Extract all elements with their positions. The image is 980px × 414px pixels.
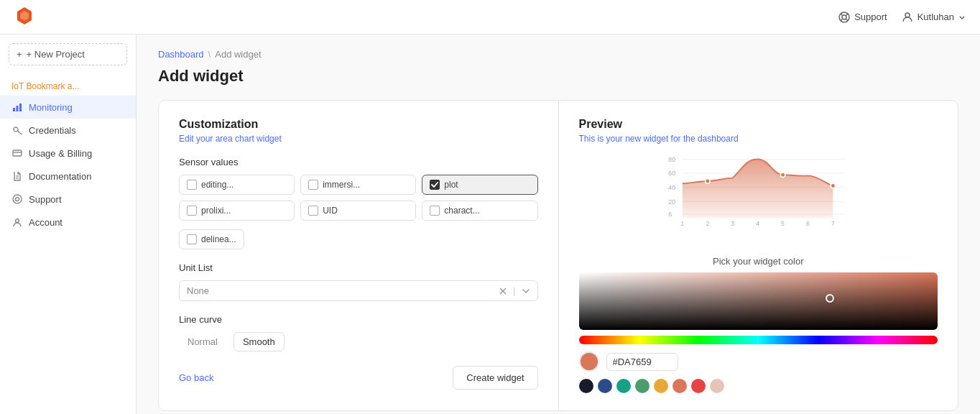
sidebar-item-documentation[interactable]: Documentation xyxy=(0,165,136,188)
support-icon xyxy=(838,12,850,23)
svg-line-13 xyxy=(18,131,22,134)
sensor-uid-label: UID xyxy=(323,206,338,216)
sensor-plot[interactable]: plot xyxy=(422,175,537,195)
color-swatch-7[interactable] xyxy=(691,379,706,393)
breadcrumb-current: Add widget xyxy=(215,49,261,60)
sensor-prolixi[interactable]: prolixi... xyxy=(179,201,295,221)
plus-icon: + xyxy=(17,49,22,60)
color-hue-bar[interactable] xyxy=(579,336,938,344)
breadcrumb: Dashboard \ Add widget xyxy=(158,49,958,60)
svg-text:7: 7 xyxy=(831,220,834,227)
credentials-icon xyxy=(11,124,23,136)
sensor-editing[interactable]: editing... xyxy=(179,175,295,195)
topbar: Support Kutluhan xyxy=(0,0,980,34)
sensor-immersi-checkbox[interactable] xyxy=(308,180,318,190)
sensor-row-single: delinea... xyxy=(179,229,538,249)
sensor-grid: editing... immersi... pl xyxy=(179,175,538,221)
create-widget-button[interactable]: Create widget xyxy=(453,366,537,390)
breadcrumb-separator: \ xyxy=(208,49,211,60)
curve-smooth-option[interactable]: Smooth xyxy=(234,332,285,351)
svg-text:80: 80 xyxy=(668,156,675,163)
sidebar-item-billing[interactable]: Usage & Billing xyxy=(0,142,136,165)
svg-text:40: 40 xyxy=(668,184,675,191)
logo xyxy=(14,6,34,29)
svg-text:5: 5 xyxy=(781,220,785,227)
widget-card: Customization Edit your area chart widge… xyxy=(158,100,958,411)
color-swatches-row xyxy=(579,379,938,393)
area-chart: 80 60 40 20 6 xyxy=(579,155,938,242)
curve-normal-option[interactable]: Normal xyxy=(179,333,226,351)
unit-select[interactable]: None | xyxy=(179,280,538,301)
color-swatch-preview xyxy=(579,351,599,372)
svg-text:20: 20 xyxy=(668,198,675,206)
go-back-button[interactable]: Go back xyxy=(179,372,213,383)
svg-line-4 xyxy=(841,13,842,14)
svg-line-7 xyxy=(841,19,842,20)
svg-text:4: 4 xyxy=(756,220,759,227)
svg-line-5 xyxy=(846,13,848,14)
svg-text:3: 3 xyxy=(731,220,734,227)
color-swatch-2[interactable] xyxy=(598,379,612,393)
user-menu[interactable]: Kutluhan xyxy=(902,12,966,23)
billing-icon xyxy=(11,147,23,159)
clear-icon[interactable] xyxy=(499,287,507,295)
line-curve-section: Line curve Normal Smooth xyxy=(179,314,538,351)
sensor-editing-checkbox[interactable] xyxy=(187,180,197,190)
sidebar-credentials-label: Credentials xyxy=(29,125,76,136)
sidebar-monitoring-label: Monitoring xyxy=(29,102,73,113)
user-icon xyxy=(902,12,913,23)
preview-title: Preview xyxy=(579,118,938,131)
unit-list-label: Unit List xyxy=(179,262,538,273)
support-button[interactable]: Support xyxy=(838,12,887,23)
color-swatch-3[interactable] xyxy=(616,379,631,393)
chart-container: 80 60 40 20 6 xyxy=(579,155,938,242)
new-project-button[interactable]: + + New Project xyxy=(9,43,127,65)
topbar-right: Support Kutluhan xyxy=(838,12,966,23)
sidebar-item-support[interactable]: Support xyxy=(0,188,136,211)
project-name: IoT Bookmark a... xyxy=(0,77,136,96)
check-icon xyxy=(431,182,438,188)
color-gradient-box[interactable] xyxy=(579,272,938,330)
sidebar-item-account[interactable]: Account xyxy=(0,211,136,234)
line-curve-options: Normal Smooth xyxy=(179,332,538,351)
color-picker-handle[interactable] xyxy=(826,294,834,303)
dropdown-chevron-icon[interactable] xyxy=(522,287,530,295)
sidebar: + + New Project IoT Bookmark a... Monito… xyxy=(0,34,137,414)
divider: | xyxy=(513,285,515,296)
documentation-icon xyxy=(11,170,23,182)
sensor-charact[interactable]: charact... xyxy=(422,201,537,221)
color-swatch-4[interactable] xyxy=(635,379,650,393)
color-swatch-5[interactable] xyxy=(654,379,668,393)
page-title: Add widget xyxy=(158,67,958,86)
sensor-immersi[interactable]: immersi... xyxy=(300,175,416,195)
svg-text:6: 6 xyxy=(806,220,810,227)
new-project-section: + + New Project xyxy=(9,43,127,65)
sidebar-item-monitoring[interactable]: Monitoring xyxy=(0,96,136,119)
svg-point-8 xyxy=(905,13,910,17)
sensor-prolixi-label: prolixi... xyxy=(201,206,231,216)
svg-rect-9 xyxy=(13,108,15,111)
sensor-plot-checkbox[interactable] xyxy=(430,180,440,190)
sensor-uid[interactable]: UID xyxy=(300,201,416,221)
unit-list-section: Unit List None | xyxy=(179,262,538,301)
svg-text:60: 60 xyxy=(668,170,675,177)
user-label: Kutluhan xyxy=(917,12,954,22)
unit-select-value: None xyxy=(187,285,209,296)
sidebar-support-label: Support xyxy=(29,194,62,205)
svg-rect-10 xyxy=(17,106,19,111)
color-swatch-6[interactable] xyxy=(672,379,687,393)
sensor-delinea[interactable]: delinea... xyxy=(179,229,244,249)
sensor-uid-checkbox[interactable] xyxy=(308,206,318,216)
color-input-row xyxy=(579,351,938,372)
color-hex-input[interactable] xyxy=(606,353,678,371)
sensor-charact-checkbox[interactable] xyxy=(430,206,440,216)
color-swatch-8[interactable] xyxy=(710,379,724,393)
breadcrumb-dashboard-link[interactable]: Dashboard xyxy=(158,49,204,60)
customization-panel: Customization Edit your area chart widge… xyxy=(159,101,559,410)
sensor-prolixi-checkbox[interactable] xyxy=(187,206,197,216)
sensor-plot-label: plot xyxy=(444,180,458,190)
card-left-footer: Go back Create widget xyxy=(179,366,538,390)
sensor-delinea-checkbox[interactable] xyxy=(187,234,197,244)
color-swatch-1[interactable] xyxy=(579,379,593,393)
sidebar-item-credentials[interactable]: Credentials xyxy=(0,119,136,142)
